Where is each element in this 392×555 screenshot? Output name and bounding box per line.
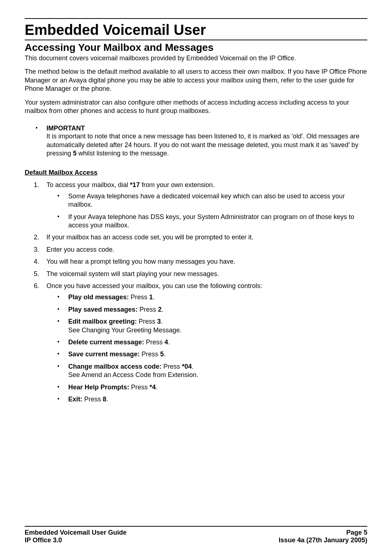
footer-product: IP Office 3.0 (25, 536, 127, 544)
text: Press (138, 306, 158, 313)
footer-page-number: Page 5 (279, 529, 367, 536)
key: *04 (182, 363, 192, 370)
text: Press (140, 351, 160, 358)
footer-left: Embedded Voicemail User Guide IP Office … (25, 529, 127, 544)
text: . (168, 339, 170, 346)
text: Press (137, 318, 157, 325)
list-item: Hear Help Prompts: Press *4. (68, 383, 367, 392)
control-label: Delete current message: (68, 339, 144, 346)
control-label: Save current message: (68, 351, 140, 358)
paragraph: Your system administrator can also confi… (25, 98, 367, 116)
section-heading: Accessing Your Mailbox and Messages (25, 42, 367, 53)
list-item: Some Avaya telephones have a dedicated v… (68, 192, 367, 209)
step-item: If your mailbox has an access code set, … (46, 233, 367, 242)
list-item: If your Avaya telephone has DSS keys, yo… (68, 213, 367, 230)
list-item: Exit: Press 8. (68, 395, 367, 404)
key: 1 (149, 293, 153, 301)
important-block: IMPORTANT It is important to note that o… (46, 125, 367, 158)
paragraph: This document covers voicemail mailboxes… (25, 54, 367, 62)
key: 4 (164, 339, 168, 346)
step-item: Enter you access code. (46, 246, 367, 254)
text: . (106, 396, 108, 403)
key: 3 (157, 318, 161, 325)
text: from your own extension. (140, 181, 215, 189)
paragraph: The method below is the default method a… (25, 68, 367, 93)
key: 5 (160, 351, 164, 358)
step-item: You will hear a prompt telling you how m… (46, 258, 367, 266)
subheading: Default Mailbox Access (25, 169, 367, 177)
important-label: IMPORTANT (46, 125, 367, 132)
control-note: See Changing Your Greeting Message. (68, 327, 181, 334)
footer-doc-title: Embedded Voicemail User Guide (25, 529, 127, 536)
text: . (161, 318, 163, 325)
document-title: Embedded Voicemail User (25, 22, 367, 40)
list-item: Save current message: Press 5. (68, 350, 367, 358)
text: . (164, 351, 166, 358)
key: 8 (103, 396, 106, 403)
text: To access your mailbox, dial (46, 181, 130, 189)
control-label: Exit: (68, 396, 82, 403)
key: *4 (150, 384, 156, 391)
control-note: See Amend an Access Code from Extension. (68, 371, 198, 378)
key: *17 (130, 181, 140, 189)
text: Press (162, 363, 182, 370)
page-content: Embedded Voicemail User Accessing Your M… (25, 18, 367, 404)
key: 5 (73, 150, 77, 157)
control-label: Change mailbox access code: (68, 363, 162, 370)
footer-right: Page 5 Issue 4a (27th January 2005) (279, 529, 367, 544)
step-item: Once you have accessed your mailbox, you… (46, 282, 367, 404)
text: Press (129, 293, 149, 301)
control-label: Play old messages: (68, 293, 129, 301)
text: Press (144, 339, 164, 346)
list-item: Delete current message: Press 4. (68, 338, 367, 347)
list-item: Play old messages: Press 1. (68, 293, 367, 301)
list-item: Play saved messages: Press 2. (68, 305, 367, 314)
text: . (192, 363, 193, 370)
sub-list: Some Avaya telephones have a dedicated v… (68, 192, 367, 230)
important-text: It is important to note that once a new … (46, 132, 367, 158)
text: . (153, 293, 155, 301)
text: Press (129, 384, 150, 391)
text: whilst listening to the message. (77, 150, 169, 157)
controls-list: Play old messages: Press 1. Play saved m… (68, 293, 367, 404)
footer-issue: Issue 4a (27th January 2005) (279, 536, 367, 544)
list-item: Edit mailbox greeting: Press 3. See Chan… (68, 317, 367, 335)
control-label: Play saved messages: (68, 306, 138, 313)
text: . (162, 306, 163, 313)
control-label: Hear Help Prompts: (68, 384, 129, 391)
text: . (156, 384, 158, 391)
control-label: Edit mailbox greeting: (68, 318, 137, 325)
step-item: The voicemail system will start playing … (46, 270, 367, 278)
text: Press (82, 396, 103, 403)
step-item: To access your mailbox, dial *17 from yo… (46, 181, 367, 230)
page-footer: Embedded Voicemail User Guide IP Office … (25, 526, 367, 544)
key: 2 (158, 306, 162, 313)
list-item: Change mailbox access code: Press *04. S… (68, 362, 367, 380)
text: Once you have accessed your mailbox, you… (46, 282, 262, 289)
steps-list: To access your mailbox, dial *17 from yo… (46, 181, 367, 404)
